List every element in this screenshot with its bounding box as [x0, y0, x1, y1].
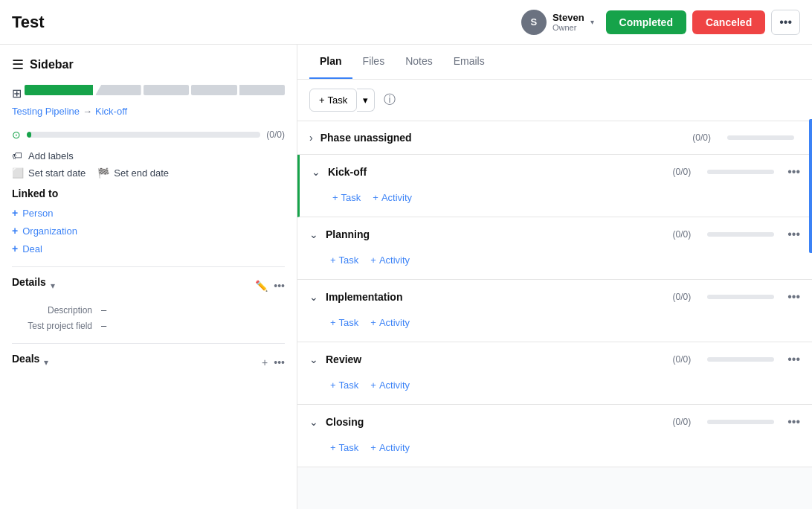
start-date-label[interactable]: Set start date [28, 167, 86, 179]
pipeline-segment-4 [239, 85, 285, 95]
avatar: S [521, 10, 547, 35]
deal-label: Deal [22, 243, 42, 254]
chevron-down-icon[interactable]: ⌄ [312, 166, 320, 178]
pipeline-current[interactable]: Kick-off [95, 106, 127, 117]
sidebar-title: Sidebar [30, 58, 74, 71]
phase-implementation-more-button[interactable]: ••• [787, 290, 800, 304]
label-icon: 🏷 [12, 150, 22, 161]
review-add-activity-button[interactable]: + Activity [370, 377, 410, 394]
pipeline-section: ⊞ Testing Pipeline → Kick-off [12, 85, 285, 117]
chevron-down-icon[interactable]: ⌄ [309, 228, 318, 240]
chevron-down-icon[interactable]: ⌄ [309, 291, 318, 303]
more-options-button[interactable]: ••• [771, 10, 800, 35]
phase-closing-more-button[interactable]: ••• [787, 415, 800, 429]
tab-files[interactable]: Files [352, 45, 396, 79]
phase-unassigned-count: (0/0) [692, 132, 711, 143]
progress-label: (0/0) [266, 129, 285, 140]
phase-planning: ⌄ Planning (0/0) ••• + Task + Activi [297, 217, 812, 280]
phase-kickoff-more-button[interactable]: ••• [787, 165, 800, 179]
tab-notes[interactable]: Notes [395, 45, 443, 79]
plus-icon: + [332, 192, 338, 203]
tab-emails[interactable]: Emails [443, 45, 495, 79]
add-labels-text[interactable]: Add labels [28, 150, 74, 161]
set-start-date[interactable]: ⬜ Set start date [12, 167, 86, 179]
phase-closing-body: + Task + Activity [297, 439, 812, 467]
pipeline-segment-2 [144, 85, 189, 95]
main-layout: ☰ Sidebar ⊞ Testing Pipeline → Kick-off [0, 45, 812, 509]
closing-add-activity-button[interactable]: + Activity [370, 439, 410, 456]
user-info[interactable]: S Steven Owner ▾ [515, 7, 600, 38]
set-end-date[interactable]: 🏁 Set end date [97, 167, 169, 179]
pipeline-link[interactable]: Testing Pipeline [12, 106, 80, 117]
deals-title-row: Deals ▾ [12, 353, 48, 372]
tab-plan[interactable]: Plan [309, 45, 352, 79]
user-details: Steven Owner [552, 12, 584, 32]
chevron-down-icon: ▾ [51, 281, 55, 291]
progress-bar [27, 132, 260, 138]
chevron-right-icon[interactable]: › [309, 132, 313, 144]
app-header: Test S Steven Owner ▾ Completed Canceled… [0, 0, 812, 45]
phase-implementation: ⌄ Implementation (0/0) ••• + Task + [297, 280, 812, 342]
task-button-group: + Task ▾ [309, 89, 375, 112]
more-deal-icon[interactable]: ••• [274, 356, 285, 368]
add-task-button[interactable]: + Task [309, 89, 357, 112]
review-add-task-button[interactable]: + Task [330, 377, 358, 394]
more-icon[interactable]: ••• [274, 280, 285, 292]
deals-title: Deals [12, 353, 39, 365]
organization-label: Organization [22, 225, 77, 237]
task-dropdown-button[interactable]: ▾ [357, 89, 375, 112]
chevron-down-icon[interactable]: ⌄ [309, 416, 318, 428]
canceled-button[interactable]: Canceled [692, 10, 765, 34]
page-title: Test [12, 13, 515, 32]
hamburger-icon[interactable]: ☰ [12, 57, 24, 73]
linked-deal[interactable]: + Deal [12, 243, 285, 254]
edit-icon[interactable]: ✏️ [255, 280, 268, 292]
description-key: Description [12, 305, 101, 316]
phase-review-more-button[interactable]: ••• [787, 353, 800, 366]
task-label: Task [341, 192, 361, 203]
phase-planning-more-button[interactable]: ••• [787, 228, 800, 241]
implementation-add-activity-button[interactable]: + Activity [370, 314, 410, 331]
linked-person[interactable]: + Person [12, 207, 285, 219]
details-section: Details ▾ ✏️ ••• Description – Test proj… [12, 266, 285, 331]
user-name: Steven [552, 12, 584, 23]
test-field-val: – [101, 320, 106, 331]
planning-add-activity-button[interactable]: + Activity [370, 252, 410, 269]
phase-review: ⌄ Review (0/0) ••• + Task + Activity [297, 342, 812, 405]
implementation-add-task-button[interactable]: + Task [330, 314, 358, 331]
linked-organization[interactable]: + Organization [12, 225, 285, 237]
chevron-down-icon[interactable]: ⌄ [309, 353, 318, 365]
add-deal-icon[interactable]: + [262, 356, 268, 368]
completed-button[interactable]: Completed [606, 10, 686, 34]
phase-kickoff: ⌄ Kick-off (0/0) ••• + Task + Activi [297, 155, 812, 217]
phase-implementation-body: + Task + Activity [297, 314, 812, 342]
user-role: Owner [552, 23, 584, 32]
pipeline-segment-1 [95, 85, 141, 95]
phase-review-body: + Task + Activity [297, 377, 812, 404]
end-date-label[interactable]: Set end date [114, 167, 169, 179]
plus-icon: + [370, 317, 376, 328]
content-area: Plan Files Notes Emails + Task ▾ ⓘ [297, 45, 812, 509]
details-title: Details [12, 276, 46, 288]
phase-unassigned-progress [727, 135, 794, 140]
kickoff-add-activity-button[interactable]: + Activity [373, 189, 412, 206]
info-button[interactable]: ⓘ [381, 89, 399, 111]
plus-icon: + [12, 207, 18, 219]
phase-kickoff-name: Kick-off [328, 166, 666, 178]
add-labels-row[interactable]: 🏷 Add labels [12, 150, 285, 161]
phase-planning-count: (0/0) [673, 229, 692, 240]
planning-add-task-button[interactable]: + Task [330, 252, 358, 269]
phase-review-name: Review [326, 353, 666, 365]
activity-label: Activity [379, 380, 410, 391]
closing-add-task-button[interactable]: + Task [330, 439, 358, 456]
phase-closing-count: (0/0) [673, 417, 692, 427]
kickoff-add-task-button[interactable]: + Task [332, 189, 361, 206]
deals-actions: + ••• [262, 356, 285, 368]
task-label: Task [328, 95, 348, 106]
phase-implementation-count: (0/0) [673, 292, 692, 302]
pipeline-breadcrumb: Testing Pipeline → Kick-off [12, 106, 285, 117]
phase-closing: ⌄ Closing (0/0) ••• + Task + Activit [297, 405, 812, 467]
details-title-row: Details ▾ [12, 276, 55, 295]
sidebar: ☰ Sidebar ⊞ Testing Pipeline → Kick-off [0, 45, 297, 509]
caret-down-icon: ▾ [363, 95, 368, 106]
